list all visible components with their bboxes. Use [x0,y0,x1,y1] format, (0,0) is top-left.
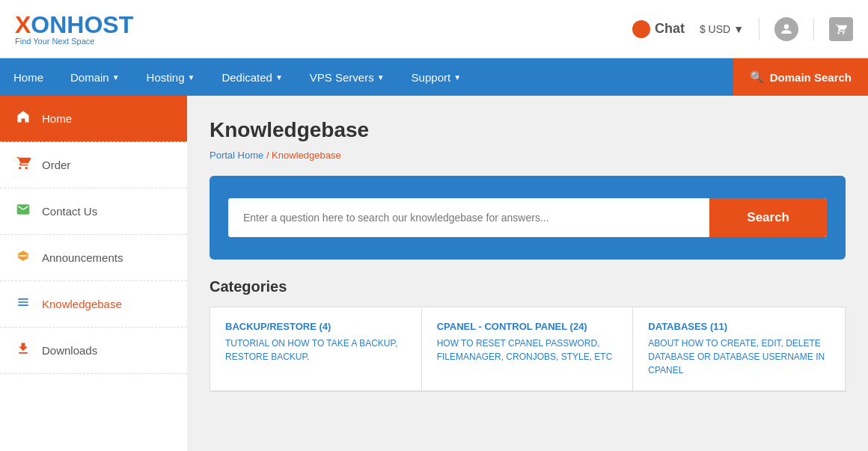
contact-icon [15,202,31,221]
nav-domain[interactable]: Domain ▼ [57,58,133,96]
nav-vps-arrow: ▼ [377,73,385,82]
nav-domain-search[interactable]: 🔍 Domain Search [733,58,868,96]
category-title-2: DATABASES (11) [648,321,830,332]
nav-vps[interactable]: VPS Servers ▼ [296,58,398,96]
breadcrumb-home[interactable]: Portal Home [210,150,263,161]
sidebar-item-order[interactable]: Order [0,142,187,188]
nav-search-label: Domain Search [770,71,852,84]
currency-selector[interactable]: $ USD ▼ [700,23,744,35]
nav-dedicated-arrow: ▼ [275,73,283,82]
nav-support-arrow: ▼ [453,73,461,82]
nav-hosting-arrow: ▼ [187,73,195,82]
home-icon [15,109,31,128]
sidebar-kb-label: Knowledgebase [42,298,122,310]
sidebar-announce-label: Announcements [42,251,123,264]
cart-icon[interactable] [829,17,853,41]
top-divider-1 [759,18,760,40]
download-icon [15,341,31,360]
nav-hosting[interactable]: Hosting ▼ [133,58,209,96]
search-button[interactable]: Search [709,198,827,237]
sidebar-item-contact[interactable]: Contact Us [0,188,187,235]
sidebar-downloads-label: Downloads [42,344,97,357]
content-area: Knowledgebase Portal Home / Knowledgebas… [187,96,868,451]
search-icon: 🔍 [750,70,764,84]
order-icon [15,156,31,174]
breadcrumb-current: Knowledgebase [272,150,341,161]
categories-grid: BACKUP/RESTORE (4) TUTORIAL ON HOW TO TA… [210,307,846,392]
nav-support[interactable]: Support ▼ [398,58,474,96]
category-card-0[interactable]: BACKUP/RESTORE (4) TUTORIAL ON HOW TO TA… [210,307,422,391]
sidebar-item-knowledgebase[interactable]: Knowledgebase [0,281,187,328]
chat-icon [632,20,650,38]
search-section: Search [210,176,846,260]
nav-domain-arrow: ▼ [112,73,120,82]
sidebar-contact-label: Contact Us [42,205,97,218]
sidebar-item-home[interactable]: Home [0,96,187,142]
logo[interactable]: XONHOST Find Your Next Space [15,13,133,46]
top-divider-2 [813,18,814,40]
main-layout: Home Order Contact Us Announcements Know… [0,96,868,451]
category-card-2[interactable]: DATABASES (11) ABOUT HOW TO CREATE, EDIT… [633,307,845,391]
logo-x: X [15,11,31,38]
breadcrumb: Portal Home / Knowledgebase [210,150,846,161]
nav-home[interactable]: Home [0,58,57,96]
sidebar-item-downloads[interactable]: Downloads [0,328,187,374]
category-title-1: CPANEL - CONTROL PANEL (24) [437,321,618,332]
category-desc-0: TUTORIAL ON HOW TO TAKE A BACKUP, RESTOR… [225,337,406,363]
search-input[interactable] [228,198,709,237]
currency-label: $ USD [700,23,730,35]
nav-bar: Home Domain ▼ Hosting ▼ Dedicated ▼ VPS … [0,58,868,96]
categories-title: Categories [210,278,846,295]
categories-section: Categories BACKUP/RESTORE (4) TUTORIAL O… [210,278,846,392]
chat-label: Chat [655,21,685,37]
nav-dedicated[interactable]: Dedicated ▼ [208,58,296,96]
user-icon[interactable] [774,17,798,41]
sidebar-home-label: Home [42,112,72,125]
chevron-down-icon: ▼ [733,23,744,35]
sidebar: Home Order Contact Us Announcements Know… [0,96,187,451]
sidebar-order-label: Order [42,159,70,171]
sidebar-item-announcements[interactable]: Announcements [0,235,187,281]
category-title-0: BACKUP/RESTORE (4) [225,321,406,332]
category-desc-2: ABOUT HOW TO CREATE, EDIT, DELETE DATABA… [648,337,830,377]
category-card-1[interactable]: CPANEL - CONTROL PANEL (24) HOW TO RESET… [422,307,634,391]
top-bar: XONHOST Find Your Next Space Chat $ USD … [0,0,868,58]
page-title: Knowledgebase [210,118,846,142]
logo-tagline: Find Your Next Space [15,37,133,46]
kb-icon [15,295,31,313]
announce-icon [15,248,31,267]
top-right-bar: Chat $ USD ▼ [632,17,853,41]
search-row: Search [228,198,827,237]
logo-main: XONHOST [15,13,133,37]
category-desc-1: HOW TO RESET CPANEL PASSWORD, FILEMANAGE… [437,337,618,363]
chat-button[interactable]: Chat [632,20,685,38]
